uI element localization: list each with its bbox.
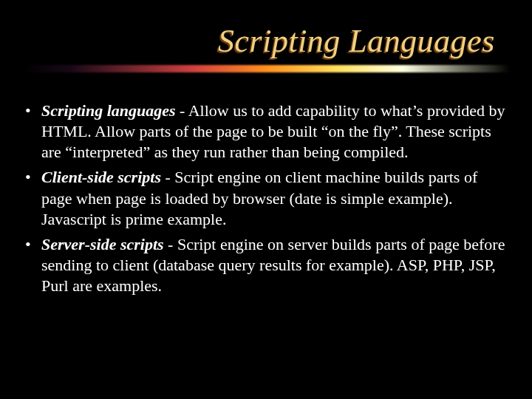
list-item: Scripting languages - Allow us to add ca… (22, 100, 510, 163)
bullet-term: Scripting languages (41, 101, 176, 120)
bullet-list: Scripting languages - Allow us to add ca… (22, 100, 510, 296)
slide-title: Scripting Languages (22, 22, 495, 60)
bullet-term: Client-side scripts (41, 168, 161, 186)
title-underline (22, 65, 510, 72)
bullet-term: Server-side scripts (41, 235, 164, 253)
slide: Scripting Languages Scripting Languages … (0, 0, 532, 399)
slide-body: Scripting languages - Allow us to add ca… (22, 100, 510, 296)
title-area: Scripting Languages Scripting Languages (22, 22, 510, 60)
list-item: Server-side scripts - Script engine on s… (22, 234, 510, 296)
list-item: Client-side scripts - Script engine on c… (22, 167, 510, 229)
